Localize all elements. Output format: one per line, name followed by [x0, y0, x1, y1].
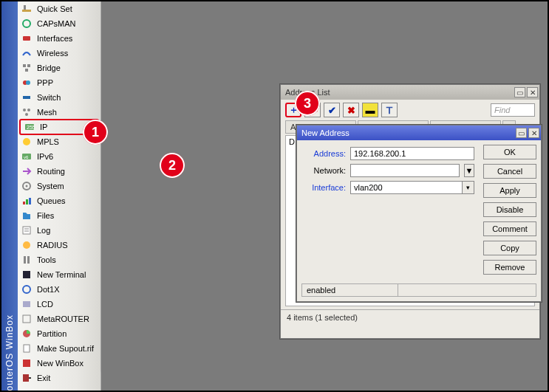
menu-item-log[interactable]: Log	[18, 223, 100, 238]
queues-icon	[21, 195, 33, 207]
svg-rect-3	[23, 36, 30, 41]
svg-point-15	[23, 138, 30, 145]
network-label: Network:	[301, 166, 346, 175]
svg-rect-36	[23, 374, 29, 382]
menu-item-switch[interactable]: Switch	[18, 90, 100, 105]
menu-item-tools[interactable]: Tools	[18, 252, 100, 267]
menu-item-queues[interactable]: Queues	[18, 193, 100, 208]
cancel-button[interactable]: Cancel	[483, 164, 536, 179]
enabled-label: enabled	[302, 284, 398, 296]
menu-label: Wireless	[37, 49, 68, 58]
menu-item-radius[interactable]: RADIUS	[18, 238, 100, 252]
network-input[interactable]	[350, 164, 460, 177]
disable-button[interactable]: Disable	[483, 202, 536, 217]
svg-point-19	[26, 185, 28, 188]
menu-label: Exit	[37, 374, 50, 382]
menu-item-mesh[interactable]: Mesh	[18, 105, 100, 120]
menu-label: Switch	[37, 93, 61, 102]
menu-item-new-terminal[interactable]: New Terminal	[18, 267, 100, 282]
lcd-icon	[21, 298, 33, 310]
comment-button[interactable]: Comment	[483, 221, 536, 236]
partition-icon	[21, 328, 33, 340]
exit-icon	[21, 372, 33, 384]
new-terminal-icon	[21, 269, 33, 281]
menu-item-exit[interactable]: Exit	[18, 371, 100, 385]
menu-item-partition[interactable]: Partition	[18, 326, 100, 341]
network-expand-icon[interactable]: ▼	[464, 164, 474, 177]
menu-label: Tools	[37, 255, 56, 264]
dot1x-icon	[21, 283, 33, 295]
disable-button[interactable]: ✖	[343, 103, 359, 117]
svg-rect-22	[29, 198, 31, 204]
svg-point-2	[23, 20, 30, 27]
callout-1: 1	[83, 120, 108, 145]
close-button[interactable]: ✕	[527, 87, 538, 97]
menu-label: Routing	[37, 167, 65, 176]
svg-rect-28	[27, 256, 30, 264]
app-title: outerOS WinBox	[4, 309, 15, 391]
menu-item-ppp[interactable]: PPP	[18, 75, 100, 90]
svg-rect-32	[23, 315, 30, 323]
files-icon	[21, 210, 33, 221]
svg-rect-0	[22, 10, 31, 12]
interface-dropdown-icon[interactable]: ▾	[463, 181, 474, 194]
ok-button[interactable]: OK	[483, 145, 536, 159]
svg-point-11	[27, 109, 30, 111]
menu-item-wireless[interactable]: Wireless	[18, 46, 100, 61]
address-list-titlebar[interactable]: Address List ▭ ✕	[281, 85, 539, 100]
svg-rect-9	[23, 96, 30, 99]
menu-item-lcd[interactable]: LCD	[18, 297, 100, 312]
menu-item-routing[interactable]: Routing	[18, 164, 100, 179]
enable-button[interactable]: ✔	[324, 103, 340, 117]
address-input[interactable]	[350, 147, 474, 160]
svg-rect-5	[27, 64, 30, 67]
wireless-icon	[21, 47, 33, 59]
interface-input[interactable]	[350, 181, 463, 194]
copy-button[interactable]: Copy	[483, 241, 536, 255]
address-label: Address:	[301, 149, 346, 158]
new-address-window: New Address ▭ ✕ Address: Network: ▼	[296, 125, 542, 302]
filter-button[interactable]: 𝖳	[381, 103, 398, 117]
menu-item-interfaces[interactable]: Interfaces	[18, 31, 100, 46]
menu-item-make-supout-rif[interactable]: Make Supout.rif	[18, 341, 100, 356]
svg-rect-23	[23, 227, 30, 234]
window-title: New Address	[301, 128, 349, 137]
new-address-titlebar[interactable]: New Address ▭ ✕	[297, 125, 541, 140]
menu-item-new-winbox[interactable]: New WinBox	[18, 356, 100, 371]
svg-point-8	[26, 80, 30, 85]
capsman-icon	[21, 18, 33, 30]
menu-item-capsman[interactable]: CAPsMAN	[18, 16, 100, 31]
menu-label: Interfaces	[37, 34, 72, 43]
menu-label: Queues	[37, 196, 66, 205]
minimize-button[interactable]: ▭	[514, 87, 525, 97]
menu-item-system[interactable]: System	[18, 179, 100, 193]
svg-point-26	[23, 241, 30, 249]
menu-label: Quick Set	[37, 4, 72, 13]
menu-item-bridge[interactable]: Bridge	[18, 61, 100, 75]
svg-rect-27	[24, 256, 26, 264]
close-button[interactable]: ✕	[528, 128, 539, 138]
svg-rect-20	[23, 202, 25, 204]
svg-rect-34	[24, 345, 30, 352]
menu-label: System	[37, 182, 64, 190]
remove-button[interactable]: Remove	[483, 260, 536, 275]
apply-button[interactable]: Apply	[483, 183, 536, 198]
menu-item-quick-set[interactable]: Quick Set	[18, 1, 100, 16]
svg-rect-1	[24, 5, 26, 10]
menu-label: MetaROUTER	[37, 314, 89, 323]
svg-point-30	[23, 286, 30, 293]
menu-item-ipv6[interactable]: v6IPv6	[18, 149, 100, 164]
menu-item-dot1x[interactable]: Dot1X	[18, 282, 100, 297]
find-input[interactable]: Find	[491, 103, 535, 117]
minimize-button[interactable]: ▭	[516, 128, 527, 138]
menu-label: Partition	[37, 329, 67, 338]
tools-icon	[21, 254, 33, 266]
menu-item-metarouter[interactable]: MetaROUTER	[18, 312, 100, 326]
main-menu-sidebar: Quick SetCAPsMANInterfacesWirelessBridge…	[18, 1, 101, 391]
menu-label: Bridge	[37, 63, 61, 72]
menu-item-files[interactable]: Files	[18, 208, 100, 223]
app-vertical-title-bar: outerOS WinBox	[1, 1, 18, 391]
menu-label: MPLS	[37, 137, 59, 146]
svg-rect-35	[23, 360, 30, 367]
comment-button[interactable]: ▬	[362, 103, 378, 117]
